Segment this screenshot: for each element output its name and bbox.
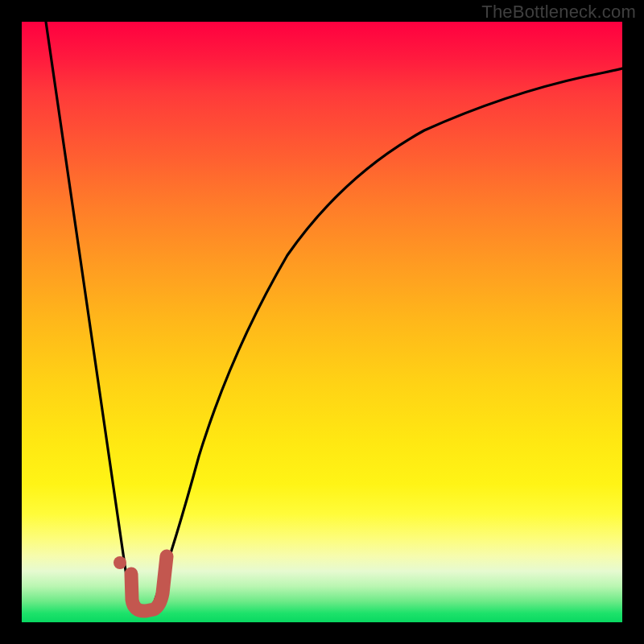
watermark-text: TheBottleneck.com xyxy=(481,2,636,23)
bottleneck-curve xyxy=(22,22,622,622)
curve-path xyxy=(46,22,622,613)
plot-area xyxy=(22,22,622,622)
